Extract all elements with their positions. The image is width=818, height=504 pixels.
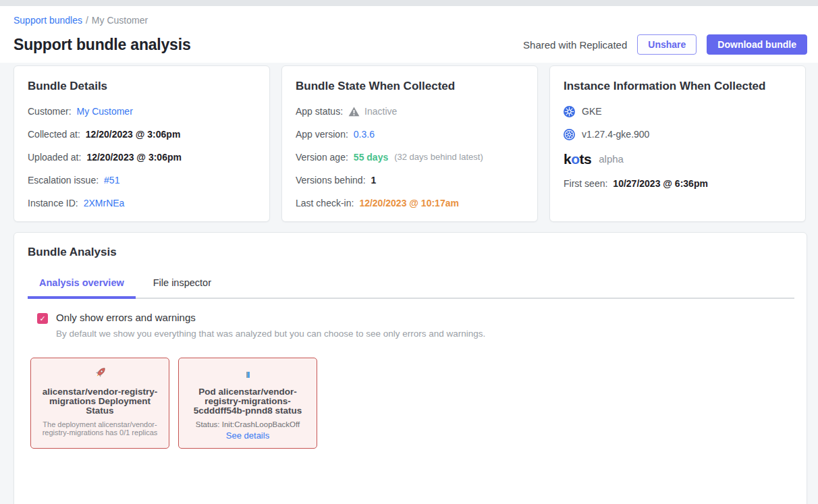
issue-title: alicenstar/vendor-registry-migrations De… [37,387,163,416]
rocket-icon [92,366,107,383]
kubernetes-icon [564,129,575,140]
version-age-label: Version age: [296,150,348,164]
page-header: Support bundles/My Customer Support bund… [0,6,818,63]
first-seen-label: First seen: [564,177,607,190]
escalation-issue-row: Escalation issue: #51 [28,173,256,187]
k8s-version-value: v1.27.4-gke.900 [582,128,649,141]
last-checkin-row: Last check-in: 12/20/2023 @ 10:17am [296,196,524,210]
issue-title: Pod alicenstar/vendor-registry-migration… [185,387,310,416]
versions-behind-value: 1 [371,173,377,187]
pod-file-icon [246,372,250,378]
filter-label[interactable]: Only show errors and warnings [56,312,485,324]
escalation-issue-link[interactable]: #51 [104,173,119,187]
breadcrumb-separator: / [86,15,88,26]
kots-logo-dot: o [571,151,579,167]
issue-card-pod-status[interactable]: Pod alicenstar/vendor-registry-migration… [178,358,317,449]
instance-info-title: Instance Information When Collected [564,80,792,93]
app-status-value: Inactive [364,105,397,118]
only-errors-checkbox[interactable]: ✓ [37,313,48,324]
last-checkin-value: 12/20/2023 @ 10:17am [359,196,459,210]
collected-at-value: 12/20/2023 @ 3:06pm [86,128,181,141]
app-version-link[interactable]: 0.3.6 [354,128,375,141]
bundle-state-title: Bundle State When Collected [296,80,524,93]
versions-behind-row: Versions behind: 1 [296,173,524,187]
bundle-analysis-card: Bundle Analysis Analysis overview File i… [13,232,807,504]
unshare-button[interactable]: Unshare [637,34,697,55]
uploaded-at-value: 12/20/2023 @ 3:06pm [86,150,182,164]
analysis-issues-list: alicenstar/vendor-registry-migrations De… [28,358,794,449]
instance-id-link[interactable]: 2XMrNEa [84,196,125,210]
versions-behind-label: Versions behind: [296,173,366,187]
k8s-version-row: v1.27.4-gke.900 [564,128,792,141]
distribution-value: GKE [582,105,602,118]
top-chrome-strip [0,0,818,6]
version-age-note: (32 days behind latest) [394,150,483,164]
breadcrumb: Support bundles/My Customer [13,15,807,26]
filter-description: By default we show you everything that w… [56,329,485,339]
version-age-value: 55 days [354,150,388,164]
header-actions: Shared with Replicated Unshare Download … [523,34,807,55]
bundle-state-card: Bundle State When Collected App status: … [281,65,538,222]
first-seen-row: First seen: 10/27/2023 @ 6:36pm [564,177,792,190]
bundle-analysis-title: Bundle Analysis [28,246,794,259]
customer-row: Customer: My Customer [28,105,256,118]
last-checkin-label: Last check-in: [296,196,354,210]
customer-label: Customer: [28,105,72,118]
issue-message: The deployment alicenstar/vendor-registr… [37,420,163,437]
app-status-row: App status: Inactive [296,105,524,118]
see-details-link[interactable]: See details [226,430,269,441]
summary-cards-row: Bundle Details Customer: My Customer Col… [13,65,807,222]
warning-triangle-icon [348,107,360,117]
issue-card-deployment-status[interactable]: alicenstar/vendor-registry-migrations De… [30,358,169,449]
shared-with-replicated-note: Shared with Replicated [523,39,627,51]
download-bundle-button[interactable]: Download bundle [707,34,807,55]
breadcrumb-current: My Customer [92,15,148,26]
version-age-row: Version age: 55 days (32 days behind lat… [296,150,524,164]
kots-channel: alpha [599,152,624,166]
tab-file-inspector[interactable]: File inspector [142,277,223,298]
analysis-tabs: Analysis overview File inspector [28,277,794,299]
distribution-row: GKE [564,105,792,118]
uploaded-at-row: Uploaded at: 12/20/2023 @ 3:06pm [28,150,256,164]
page-content: Bundle Details Customer: My Customer Col… [0,63,818,504]
tab-analysis-overview[interactable]: Analysis overview [28,277,136,298]
uploaded-at-label: Uploaded at: [28,150,81,164]
bundle-details-title: Bundle Details [28,80,256,93]
instance-id-row: Instance ID: 2XMrNEa [28,196,256,210]
first-seen-value: 10/27/2023 @ 6:36pm [613,177,708,190]
app-status-label: App status: [296,105,343,118]
instance-id-label: Instance ID: [28,196,78,210]
instance-info-card: Instance Information When Collected GKE … [549,65,806,222]
kots-logo: kots [564,152,591,167]
support-bundle-analysis-page: Support bundles/My Customer Support bund… [0,0,818,504]
customer-link[interactable]: My Customer [77,105,133,118]
bundle-details-card: Bundle Details Customer: My Customer Col… [13,65,270,222]
collected-at-row: Collected at: 12/20/2023 @ 3:06pm [28,128,256,141]
errors-warnings-filter: ✓ Only show errors and warnings By defau… [28,312,794,339]
app-version-row: App version: 0.3.6 [296,128,524,141]
escalation-issue-label: Escalation issue: [28,173,99,187]
collected-at-label: Collected at: [28,128,80,141]
issue-status: Status: Init:CrashLoopBackOff [185,420,310,428]
app-version-label: App version: [296,128,348,141]
breadcrumb-support-bundles-link[interactable]: Support bundles [13,15,82,26]
kubernetes-icon [564,106,575,117]
page-title: Support bundle analysis [13,36,191,54]
kots-row: kots alpha [564,152,792,167]
